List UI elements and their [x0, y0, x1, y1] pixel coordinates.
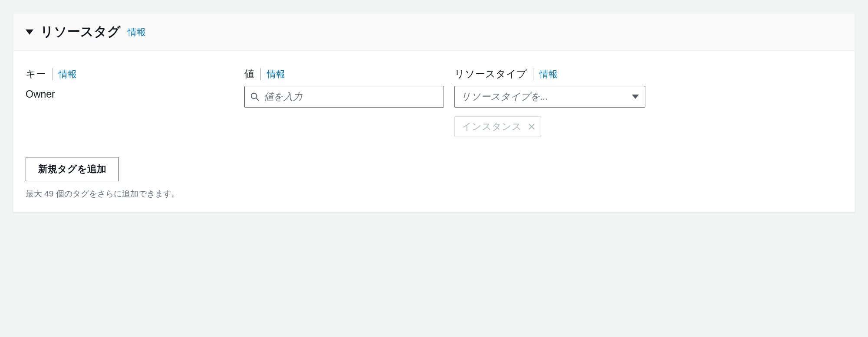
divider	[533, 68, 533, 80]
resource-type-column: リソースタイプ 情報 リソースタイプを... インスタンス	[454, 67, 645, 137]
value-input[interactable]	[264, 91, 438, 102]
svg-point-0	[251, 93, 257, 99]
value-label: 値	[244, 67, 254, 81]
svg-line-1	[256, 98, 259, 101]
panel-body: キー 情報 Owner 値 情報	[13, 51, 855, 212]
resource-type-chip: インスタンス	[454, 116, 541, 137]
key-column: キー 情報 Owner	[26, 67, 234, 100]
resource-tags-panel: リソースタグ 情報 キー 情報 Owner 値 情報	[13, 13, 855, 212]
panel-info-link[interactable]: 情報	[128, 26, 146, 38]
key-label: キー	[26, 67, 46, 81]
value-column: 値 情報	[244, 67, 444, 108]
divider	[52, 68, 53, 80]
chip-remove-button[interactable]	[528, 123, 536, 131]
key-header: キー 情報	[26, 67, 234, 81]
chevron-down-icon	[632, 95, 639, 99]
panel-title: リソースタグ	[40, 23, 121, 41]
panel-header: リソースタグ 情報	[13, 13, 855, 51]
tag-row: キー 情報 Owner 値 情報	[26, 67, 842, 137]
resource-type-header: リソースタイプ 情報	[454, 67, 645, 81]
chip-label: インスタンス	[462, 120, 522, 133]
value-input-wrap[interactable]	[244, 86, 444, 108]
resource-type-label: リソースタイプ	[454, 67, 527, 81]
key-info-link[interactable]: 情報	[59, 68, 77, 80]
divider	[260, 68, 261, 80]
tag-limit-hint: 最大 49 個のタグをさらに追加できます。	[26, 188, 842, 200]
search-icon	[250, 92, 260, 101]
value-header: 値 情報	[244, 67, 444, 81]
resource-type-info-link[interactable]: 情報	[539, 68, 558, 80]
value-info-link[interactable]: 情報	[267, 68, 285, 80]
resource-type-select[interactable]: リソースタイプを...	[454, 86, 645, 108]
add-tag-button[interactable]: 新規タグを追加	[26, 157, 119, 181]
bottom-section: 新規タグを追加 最大 49 個のタグをさらに追加できます。	[26, 157, 842, 200]
collapse-caret-icon[interactable]	[26, 29, 33, 35]
key-value-text: Owner	[26, 86, 234, 100]
resource-type-placeholder: リソースタイプを...	[461, 90, 548, 103]
